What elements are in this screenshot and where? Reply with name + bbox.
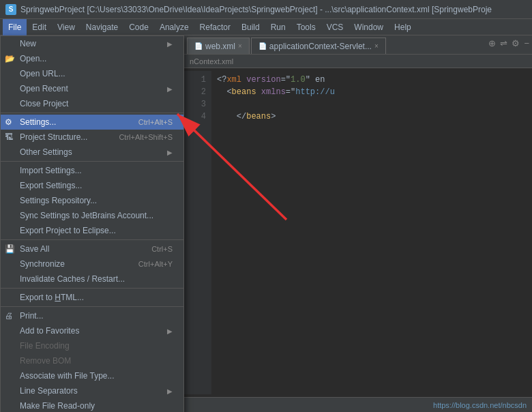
remove-bom-label: Remove BOM xyxy=(20,356,71,366)
menu-save-all[interactable]: 💾 Save All Ctrl+S xyxy=(1,241,183,256)
save-all-label: Save All xyxy=(20,244,49,254)
import-settings-label: Import Settings... xyxy=(20,166,82,175)
tab-split-icon[interactable]: ⇌ xyxy=(500,38,507,48)
separator-5 xyxy=(1,306,183,307)
line-numbers: 1 2 3 4 xyxy=(184,71,211,394)
tab-gear-icon[interactable]: ⚙ xyxy=(512,38,520,48)
menu-refactor[interactable]: Refactor xyxy=(194,19,236,35)
menu-export-settings[interactable]: Export Settings... xyxy=(1,178,183,193)
title-bar: S SpringwebProject [C:\Users\33033\OneDr… xyxy=(0,0,532,19)
tab-close-web-xml[interactable]: × xyxy=(238,42,242,50)
open-url-label: Open URL... xyxy=(20,69,65,78)
menu-close-project[interactable]: Close Project xyxy=(1,96,183,111)
file-dropdown-menu: New ▶ 📂 Open... Open URL... Open Recent … xyxy=(0,35,184,412)
synchronize-label: Synchronize xyxy=(20,259,65,269)
menu-other-settings[interactable]: Other Settings ▶ xyxy=(1,145,183,160)
code-line-2: <beans xmlns="http://u xyxy=(217,86,527,98)
status-url: https://blog.csdn.net/nbcsdn xyxy=(433,401,527,409)
line-separators-arrow-icon: ▶ xyxy=(167,387,173,395)
line-separators-label: Line Separators xyxy=(20,386,78,396)
menu-sync-settings[interactable]: Sync Settings to JetBrains Account... xyxy=(1,208,183,223)
new-label: New xyxy=(20,39,36,48)
export-eclipse-label: Export Project to Eclipse... xyxy=(20,226,116,235)
new-arrow-icon: ▶ xyxy=(167,40,173,48)
other-settings-label: Other Settings xyxy=(20,147,72,157)
menu-new[interactable]: New ▶ xyxy=(1,36,183,51)
menu-open-recent[interactable]: Open Recent ▶ xyxy=(1,81,183,96)
settings-shortcut: Ctrl+Alt+S xyxy=(138,118,173,126)
app-icon: S xyxy=(5,4,16,15)
tab-appcontext-servlet[interactable]: 📄 applicationContext-Servlet... × xyxy=(251,38,386,54)
menu-invalidate-caches[interactable]: Invalidate Caches / Restart... xyxy=(1,271,183,286)
line-num-3: 3 xyxy=(184,98,206,111)
menu-file-encoding: File Encoding xyxy=(1,338,183,353)
web-xml-icon: 📄 xyxy=(194,42,203,50)
menu-run[interactable]: Run xyxy=(265,19,291,35)
associate-file-type-label: Associate with File Type... xyxy=(20,371,115,381)
tab-label-web-xml: web.xml xyxy=(205,42,235,51)
open-folder-icon: 📂 xyxy=(5,54,15,63)
menu-navigate[interactable]: Navigate xyxy=(80,19,123,35)
tab-bar-actions: ⊕ ⇌ ⚙ − xyxy=(488,38,529,48)
sync-settings-label: Sync Settings to JetBrains Account... xyxy=(20,211,153,220)
menu-view[interactable]: View xyxy=(52,19,80,35)
project-structure-icon: 🏗 xyxy=(5,132,13,142)
code-line-1: <?xml version="1.0" en xyxy=(217,74,527,86)
tab-close-appcontext[interactable]: × xyxy=(374,42,379,50)
export-settings-label: Export Settings... xyxy=(20,181,82,190)
menu-project-structure[interactable]: 🏗 Project Structure... Ctrl+Alt+Shift+S xyxy=(1,130,183,145)
line-num-1: 1 xyxy=(184,74,206,86)
code-line-4: </beans> xyxy=(217,111,527,123)
tab-web-xml[interactable]: 📄 web.xml × xyxy=(187,38,250,54)
invalidate-caches-label: Invalidate Caches / Restart... xyxy=(20,274,125,284)
project-structure-shortcut: Ctrl+Alt+Shift+S xyxy=(119,133,173,141)
menu-associate-file-type[interactable]: Associate with File Type... xyxy=(1,368,183,383)
menu-code[interactable]: Code xyxy=(123,19,154,35)
open-recent-arrow-icon: ▶ xyxy=(167,85,173,93)
menu-add-favorites[interactable]: Add to Favorites ▶ xyxy=(1,323,183,338)
menu-synchronize[interactable]: Synchronize Ctrl+Alt+Y xyxy=(1,256,183,271)
menu-file[interactable]: File xyxy=(3,19,27,35)
print-icon: 🖨 xyxy=(5,311,13,321)
add-favorites-label: Add to Favorites xyxy=(20,326,79,336)
menu-vcs[interactable]: VCS xyxy=(321,19,349,35)
menu-bar: File Edit View Navigate Code Analyze Ref… xyxy=(0,19,532,35)
menu-export-eclipse[interactable]: Export Project to Eclipse... xyxy=(1,223,183,238)
open-recent-label: Open Recent xyxy=(20,84,68,93)
code-line-3 xyxy=(217,98,527,111)
menu-tools[interactable]: Tools xyxy=(291,19,321,35)
menu-open-url[interactable]: Open URL... xyxy=(1,66,183,81)
appcontext-icon: 📄 xyxy=(258,42,267,50)
menu-window[interactable]: Window xyxy=(349,19,389,35)
synchronize-shortcut: Ctrl+Alt+Y xyxy=(138,260,173,268)
menu-edit[interactable]: Edit xyxy=(27,19,52,35)
tab-minus-icon[interactable]: − xyxy=(524,38,529,48)
menu-settings[interactable]: ⚙ Settings... Ctrl+Alt+S xyxy=(1,115,183,130)
separator-2 xyxy=(1,161,183,162)
menu-export-html[interactable]: Export to HTML... xyxy=(1,290,183,305)
menu-build[interactable]: Build xyxy=(236,19,265,35)
menu-line-separators[interactable]: Line Separators ▶ xyxy=(1,383,183,398)
menu-print[interactable]: 🖨 Print... xyxy=(1,308,183,323)
settings-repository-label: Settings Repository... xyxy=(20,196,97,205)
menu-import-settings[interactable]: Import Settings... xyxy=(1,163,183,178)
code-content[interactable]: <?xml version="1.0" en <beans xmlns="htt… xyxy=(211,71,532,394)
tab-globe-icon[interactable]: ⊕ xyxy=(488,38,496,48)
line-num-2: 2 xyxy=(184,86,206,98)
menu-help[interactable]: Help xyxy=(389,19,417,35)
menu-settings-repository[interactable]: Settings Repository... xyxy=(1,193,183,208)
dropdown-list: New ▶ 📂 Open... Open URL... Open Recent … xyxy=(0,35,184,412)
menu-make-read-only[interactable]: Make File Read-only xyxy=(1,398,183,412)
separator-3 xyxy=(1,239,183,240)
breadcrumb-text: nContext.xml xyxy=(190,57,233,65)
menu-open[interactable]: 📂 Open... xyxy=(1,51,183,66)
settings-label: Settings... xyxy=(20,117,56,127)
export-html-label: Export to HTML... xyxy=(20,293,84,302)
make-read-only-label: Make File Read-only xyxy=(20,401,95,411)
menu-analyze[interactable]: Analyze xyxy=(154,19,194,35)
breadcrumb-bar: nContext.xml xyxy=(184,55,532,68)
line-num-4: 4 xyxy=(184,111,206,123)
save-all-shortcut: Ctrl+S xyxy=(151,245,173,253)
separator-1 xyxy=(1,113,183,113)
print-label: Print... xyxy=(20,311,44,321)
